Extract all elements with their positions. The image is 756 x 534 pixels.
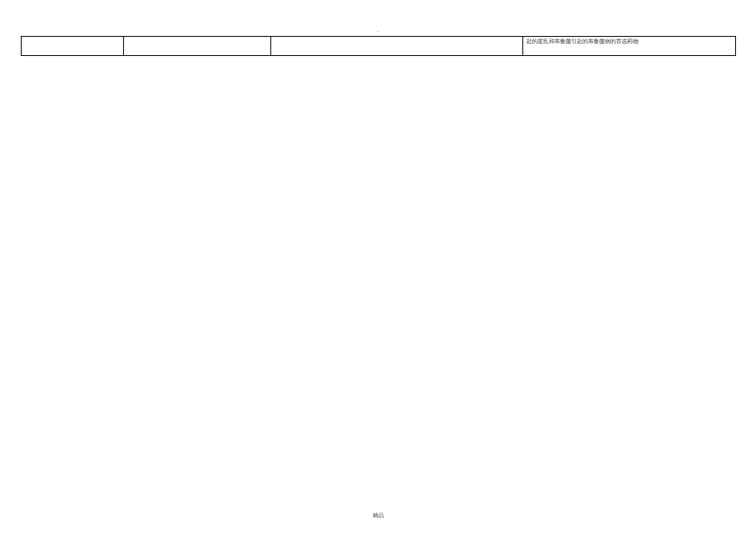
- table-cell-3: [270, 37, 523, 56]
- content-table: 起的霍乱和布鲁菌引起的布鲁菌病的首选药物: [21, 36, 736, 56]
- table-row: 起的霍乱和布鲁菌引起的布鲁菌病的首选药物: [22, 37, 736, 56]
- header-dot: .: [378, 27, 379, 34]
- footer-text: 精品: [373, 512, 384, 520]
- table-cell-1: [22, 37, 124, 56]
- table-cell-2: [123, 37, 270, 56]
- table-cell-4: 起的霍乱和布鲁菌引起的布鲁菌病的首选药物: [523, 37, 736, 56]
